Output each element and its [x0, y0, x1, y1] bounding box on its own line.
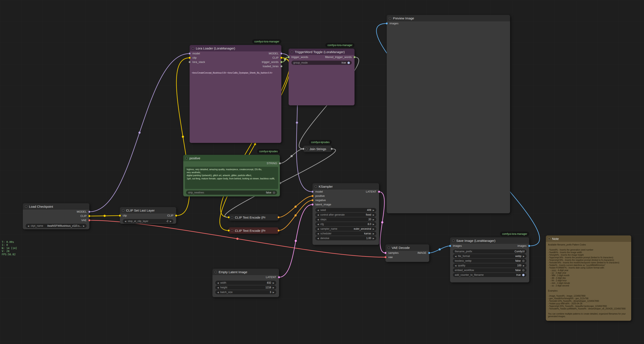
- node-clip-text-encode-negative[interactable]: CLIP Text Encode (Pr: [229, 227, 278, 234]
- node-title-bar[interactable]: CLIP Text Encode (Pr: [229, 227, 278, 234]
- increment-arrow-icon[interactable]: ▶: [272, 291, 274, 294]
- input-dot-positive[interactable]: [312, 195, 314, 197]
- node-triggerword-toggle[interactable]: comfyui-lora-managerTriggerWord Toggle (…: [288, 48, 354, 105]
- decrement-arrow-icon[interactable]: ◀: [217, 291, 219, 294]
- collapse-toggle-icon[interactable]: [388, 246, 390, 249]
- collapse-toggle-icon[interactable]: [231, 216, 233, 218]
- decrement-arrow-icon[interactable]: ◀: [455, 255, 456, 258]
- collapsed-input-dot[interactable]: [228, 216, 230, 218]
- increment-arrow-icon[interactable]: ▶: [523, 255, 524, 258]
- widget-steps[interactable]: ◀steps20▶: [315, 217, 376, 222]
- decrement-arrow-icon[interactable]: ◀: [317, 232, 319, 235]
- output-dot-LATENT[interactable]: [378, 191, 380, 193]
- node-empty-latent-image[interactable]: Empty Latent ImageLATENT◀width832▶◀heigh…: [212, 269, 279, 297]
- collapse-toggle-icon[interactable]: [214, 271, 217, 273]
- collapse-toggle-icon[interactable]: [192, 47, 194, 50]
- node-lora-loader[interactable]: comfyui-lora-managerLora Loader (LoraMan…: [190, 45, 281, 143]
- collapse-toggle-icon[interactable]: [548, 238, 550, 240]
- collapsed-input-dot[interactable]: [228, 230, 230, 232]
- widget-embed_workflow[interactable]: embed_workflowfalse: [453, 268, 526, 272]
- node-title-bar[interactable]: positive: [183, 155, 280, 161]
- node-note[interactable]: NoteAvailable filename_prefix Pattern Co…: [546, 236, 631, 321]
- node-text[interactable]: Available filename_prefix Pattern Codes …: [548, 244, 629, 319]
- decrement-arrow-icon[interactable]: ◀: [317, 237, 319, 240]
- widget-quality[interactable]: ◀quality100▶: [453, 264, 526, 268]
- node-save-image[interactable]: comfyui-lora-managerSave Image (LoraMana…: [450, 237, 529, 282]
- widget-control_after_generate[interactable]: ◀control after generatefixed▶: [315, 213, 376, 217]
- decrement-arrow-icon[interactable]: ◀: [317, 209, 319, 211]
- node-title-bar[interactable]: Note: [546, 236, 631, 242]
- node-title-bar[interactable]: VAE Decode: [386, 244, 429, 251]
- node-title-bar[interactable]: Preview Image: [387, 15, 510, 21]
- output-dot-CLIP[interactable]: [280, 57, 282, 59]
- output-dot-VAE[interactable]: [88, 219, 90, 221]
- node-vae-decode[interactable]: VAE DecodesamplesvaeIMAGE: [386, 244, 429, 262]
- toggle-knob-icon[interactable]: [522, 269, 524, 272]
- node-clip-set-last-layer[interactable]: CLIP Set Last LayerclipCLIP◀stop_at_clip…: [120, 207, 176, 224]
- collapse-toggle-icon[interactable]: [452, 240, 454, 242]
- increment-arrow-icon[interactable]: ▶: [373, 214, 374, 216]
- node-preview-image[interactable]: Preview Imageimages: [387, 15, 510, 213]
- collapse-toggle-icon[interactable]: [122, 209, 124, 212]
- input-dot-images[interactable]: [386, 22, 388, 24]
- increment-arrow-icon[interactable]: ▶: [523, 264, 524, 267]
- collapsed-output-dot[interactable]: [278, 216, 280, 218]
- toggle-knob-icon[interactable]: [522, 260, 524, 262]
- output-dot-images[interactable]: [528, 245, 530, 247]
- collapse-toggle-icon[interactable]: [25, 206, 27, 208]
- decrement-arrow-icon[interactable]: ◀: [217, 286, 219, 289]
- widget-group_mode[interactable]: group_modetrue: [292, 60, 352, 65]
- toggle-knob-icon[interactable]: [273, 192, 275, 194]
- input-dot-clip[interactable]: [188, 57, 191, 59]
- increment-arrow-icon[interactable]: ▶: [373, 209, 374, 211]
- widget-lossless_webp[interactable]: lossless_webpfalse: [453, 259, 526, 263]
- output-dot-filtered_trigger_words[interactable]: [354, 56, 356, 58]
- decrement-arrow-icon[interactable]: ◀: [124, 220, 126, 222]
- output-dot-LATENT[interactable]: [278, 276, 280, 278]
- widget-filename_prefix[interactable]: filename_prefixComfyUI: [453, 249, 526, 254]
- node-graph-canvas[interactable]: T: 0.00s I: 0 N: 14 [14] V: 28 FPS:58.82…: [0, 0, 644, 344]
- collapsed-input-dot[interactable]: [302, 148, 304, 150]
- collapse-toggle-icon[interactable]: [291, 51, 293, 53]
- output-dot-MODEL[interactable]: [280, 52, 282, 54]
- node-title-bar[interactable]: CLIP Set Last Layer: [120, 207, 176, 214]
- input-dot-model[interactable]: [188, 52, 191, 54]
- node-title-bar[interactable]: CLIP Text Encode (Pr: [229, 214, 278, 220]
- toggle-knob-icon[interactable]: [348, 62, 350, 64]
- widget-stop_at_clip_layer[interactable]: ◀stop_at_clip_layer-2▶: [123, 219, 174, 223]
- decrement-arrow-icon[interactable]: ◀: [317, 218, 319, 221]
- node-text[interactable]: <lora:CreateConcept_Illustrious:0.8> <lo…: [192, 72, 279, 81]
- collapse-toggle-icon[interactable]: [231, 230, 233, 232]
- increment-arrow-icon[interactable]: ▶: [373, 218, 374, 221]
- node-title-bar[interactable]: Load Checkpoint: [23, 203, 90, 210]
- widget-seed[interactable]: ◀seed409▶: [315, 208, 376, 212]
- node-title-bar[interactable]: TriggerWord Toggle (LoraManager): [288, 48, 354, 55]
- widget-add_counter_to_filename[interactable]: add_counter_to_filenametrue: [453, 273, 526, 277]
- decrement-arrow-icon[interactable]: ◀: [217, 282, 219, 284]
- input-dot-images[interactable]: [449, 245, 451, 247]
- widget-cfg[interactable]: ◀cfg8.0▶: [315, 222, 376, 226]
- increment-arrow-icon[interactable]: ▶: [373, 223, 374, 226]
- output-dot-loaded_loras[interactable]: [280, 65, 282, 68]
- collapsed-output-dot[interactable]: [278, 230, 280, 232]
- output-dot-CLIP[interactable]: [88, 215, 90, 217]
- node-title-bar[interactable]: KSampler: [312, 183, 379, 190]
- collapsed-output-dot[interactable]: [331, 148, 333, 150]
- collapse-toggle-icon[interactable]: [315, 185, 317, 188]
- node-title-bar[interactable]: Save Image (LoraManager): [450, 237, 529, 244]
- increment-arrow-icon[interactable]: ▶: [170, 220, 172, 222]
- increment-arrow-icon[interactable]: ▶: [373, 232, 374, 235]
- node-title-bar[interactable]: Join Strings: [303, 146, 332, 152]
- output-dot-MODEL[interactable]: [88, 211, 90, 213]
- widget-batch_size[interactable]: ◀batch_size3▶: [215, 290, 276, 294]
- input-dot-trigger_words[interactable]: [288, 56, 290, 58]
- node-ksampler[interactable]: KSamplermodelpositivenegativelatent_imag…: [312, 183, 379, 245]
- input-dot-samples[interactable]: [384, 252, 386, 254]
- decrement-arrow-icon[interactable]: ◀: [317, 214, 319, 216]
- widget-strip_newlines[interactable]: strip_newlinesfalse: [186, 190, 277, 195]
- widget-scheduler[interactable]: ◀schedulerkarras▶: [315, 232, 376, 236]
- output-dot-IMAGE[interactable]: [428, 252, 430, 254]
- increment-arrow-icon[interactable]: ▶: [272, 282, 274, 284]
- decrement-arrow-icon[interactable]: ◀: [317, 228, 319, 230]
- widget-denoise[interactable]: ◀denoise1.00▶: [315, 236, 376, 240]
